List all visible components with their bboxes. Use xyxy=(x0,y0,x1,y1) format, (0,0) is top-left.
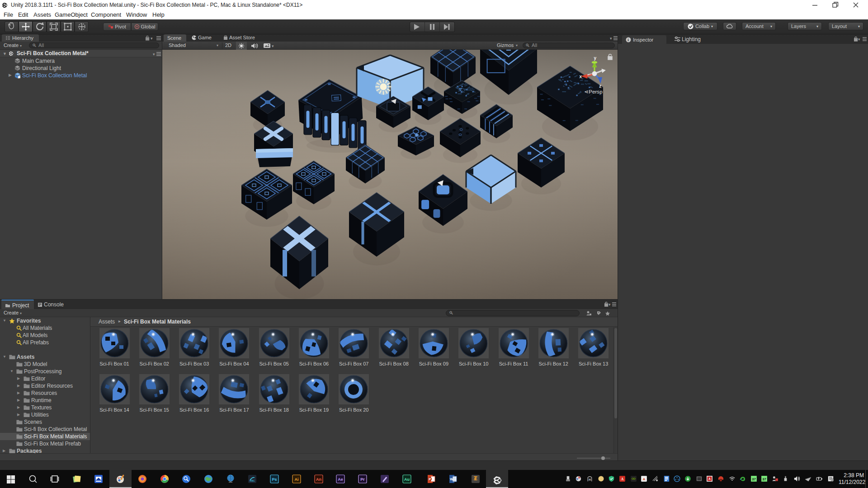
svg-text:Ai: Ai xyxy=(295,477,299,482)
svg-text:▾: ▾ xyxy=(151,36,153,41)
svg-text:▾: ▾ xyxy=(610,36,612,41)
svg-text:An: An xyxy=(316,477,321,482)
svg-text:A: A xyxy=(621,477,624,481)
svg-text:x: x xyxy=(579,74,582,79)
svg-text:Pr: Pr xyxy=(360,477,365,482)
svg-text:z: z xyxy=(599,84,601,89)
svg-text:y: y xyxy=(594,56,596,61)
svg-text:A: A xyxy=(643,477,646,481)
svg-text:37: 37 xyxy=(762,477,766,481)
svg-text:P: P xyxy=(429,477,431,481)
svg-text:▾: ▾ xyxy=(272,44,274,48)
svg-text:A: A xyxy=(708,477,711,480)
svg-text:Ae: Ae xyxy=(338,477,343,482)
svg-text:H: H xyxy=(589,478,591,481)
svg-text:▾: ▾ xyxy=(609,302,611,307)
svg-text:Ps: Ps xyxy=(272,477,277,482)
svg-text:▾: ▾ xyxy=(153,52,155,56)
svg-text:IRBC: IRBC xyxy=(250,479,255,482)
svg-text:▾: ▾ xyxy=(858,37,860,42)
svg-text:⋖Persp: ⋖Persp xyxy=(584,89,603,94)
svg-text:Au: Au xyxy=(404,477,410,482)
svg-text:37: 37 xyxy=(752,477,756,481)
